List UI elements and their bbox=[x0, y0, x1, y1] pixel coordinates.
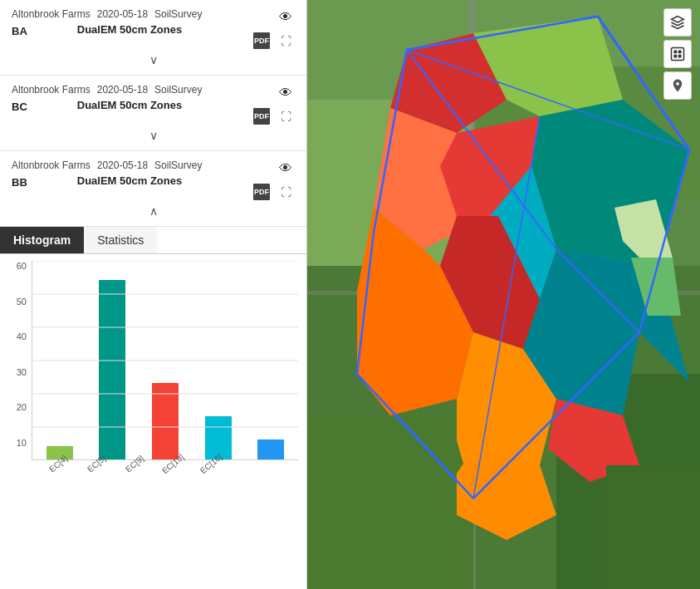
svg-rect-36 bbox=[672, 48, 684, 61]
bar-ec5 bbox=[92, 280, 134, 459]
survey-card-bc: Altonbrook Farms 2020-05-18 SoilSurvey B… bbox=[0, 76, 306, 151]
collapse-btn-bb[interactable]: ∧ bbox=[12, 201, 295, 219]
y-label-40: 40 bbox=[8, 331, 27, 341]
collapse-btn-ba[interactable]: ∨ bbox=[12, 50, 295, 68]
pdf-btn-ba[interactable]: PDF bbox=[253, 32, 270, 49]
farm-name-ba: Altonbrook Farms bbox=[12, 8, 91, 20]
bar-ec5-rect bbox=[99, 280, 125, 459]
layers-icon bbox=[670, 15, 685, 30]
expand-btn-bb[interactable]: ⛶ bbox=[277, 183, 295, 201]
collapse-btn-bc[interactable]: ∨ bbox=[12, 125, 295, 144]
y-label-10: 10 bbox=[8, 438, 27, 448]
bar-ec9 bbox=[144, 383, 186, 459]
y-label-50: 50 bbox=[8, 297, 27, 307]
map-panel[interactable] bbox=[307, 0, 700, 589]
bar-ec16 bbox=[250, 439, 291, 459]
survey-icons-bc: 👁 PDF ⛶ bbox=[253, 84, 295, 125]
tab-bar: Histogram Statistics bbox=[0, 227, 306, 254]
tab-histogram[interactable]: Histogram bbox=[0, 227, 84, 253]
y-axis-labels: 60 50 40 30 20 10 bbox=[8, 261, 27, 448]
y-label-30: 30 bbox=[8, 367, 27, 377]
svg-rect-15 bbox=[307, 415, 473, 589]
survey-meta-ba: Altonbrook Farms 2020-05-18 SoilSurvey B… bbox=[12, 8, 253, 37]
field-code-bc: BC bbox=[12, 101, 27, 113]
eye-icon-ba[interactable]: 👁 bbox=[277, 8, 295, 27]
marker-btn[interactable] bbox=[663, 71, 692, 100]
svg-rect-39 bbox=[674, 55, 678, 58]
type-bc: SoilSurvey bbox=[154, 84, 202, 96]
date-bc: 2020-05-18 bbox=[97, 84, 148, 96]
field-code-ba: BA bbox=[12, 25, 27, 37]
type-bb: SoilSurvey bbox=[154, 160, 202, 171]
svg-rect-40 bbox=[678, 55, 682, 58]
svg-rect-37 bbox=[674, 51, 678, 54]
satellite-btn[interactable] bbox=[663, 40, 692, 68]
bar-ec16-rect bbox=[257, 439, 284, 459]
pdf-btn-bc[interactable]: PDF bbox=[253, 108, 270, 125]
map-background bbox=[307, 0, 700, 589]
marker-icon bbox=[670, 78, 685, 93]
survey-icons-bb: 👁 PDF ⛶ bbox=[253, 160, 295, 201]
y-label-60: 60 bbox=[8, 261, 27, 271]
histogram-section: Histogram Statistics 60 50 40 30 20 10 bbox=[0, 227, 306, 473]
survey-card-bb: Altonbrook Farms 2020-05-18 SoilSurvey B… bbox=[0, 151, 306, 227]
pdf-btn-bb[interactable]: PDF bbox=[253, 184, 270, 200]
svg-rect-35 bbox=[606, 465, 700, 589]
farm-name-bb: Altonbrook Farms bbox=[12, 160, 91, 171]
survey-icons-ba: 👁 PDF ⛶ bbox=[253, 8, 295, 50]
layer-name-ba: DualEM 50cm Zones bbox=[77, 23, 182, 37]
map-toolbar bbox=[663, 8, 692, 100]
farm-name-bc: Altonbrook Farms bbox=[12, 84, 91, 96]
expand-btn-ba[interactable]: ⛶ bbox=[277, 32, 295, 50]
eye-icon-bb[interactable]: 👁 bbox=[277, 160, 295, 178]
y-label-20: 20 bbox=[8, 402, 27, 412]
expand-btn-bc[interactable]: ⛶ bbox=[277, 107, 295, 125]
field-code-bb: BB bbox=[12, 176, 27, 189]
survey-meta-bc: Altonbrook Farms 2020-05-18 SoilSurvey B… bbox=[12, 84, 253, 113]
bar-ec9-rect bbox=[152, 383, 179, 459]
survey-meta-bb: Altonbrook Farms 2020-05-18 SoilSurvey B… bbox=[12, 160, 253, 189]
eye-icon-bc[interactable]: 👁 bbox=[277, 84, 295, 102]
svg-rect-38 bbox=[678, 51, 682, 54]
survey-card-ba: Altonbrook Farms 2020-05-18 SoilSurvey B… bbox=[0, 0, 306, 76]
layers-btn[interactable] bbox=[663, 8, 692, 37]
layer-name-bc: DualEM 50cm Zones bbox=[77, 99, 182, 113]
date-ba: 2020-05-18 bbox=[97, 8, 148, 20]
date-bb: 2020-05-18 bbox=[97, 160, 148, 171]
type-ba: SoilSurvey bbox=[154, 8, 202, 20]
layer-name-bb: DualEM 50cm Zones bbox=[77, 174, 182, 189]
tab-statistics[interactable]: Statistics bbox=[84, 227, 157, 253]
left-panel: Altonbrook Farms 2020-05-18 SoilSurvey B… bbox=[0, 0, 307, 589]
chart-area: 60 50 40 30 20 10 bbox=[0, 254, 306, 473]
satellite-icon bbox=[670, 47, 685, 61]
